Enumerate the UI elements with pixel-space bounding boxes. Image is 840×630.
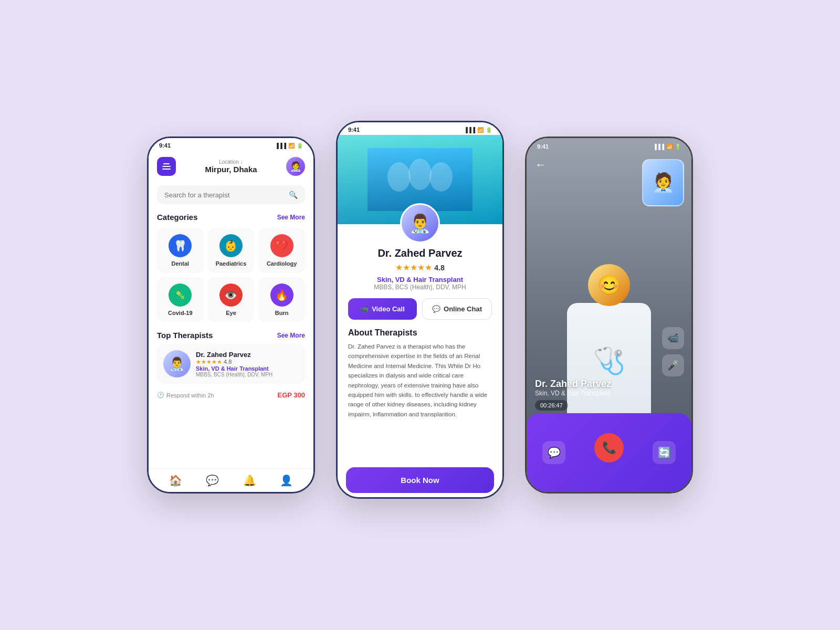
phone-home: 9:41 ▐▐▐ 📶 🔋 Location ↓ Mirpur, Dhaka 🧑‍…	[147, 136, 315, 494]
video-call-button[interactable]: 📹 Video Call	[348, 298, 417, 320]
respond-time: 🕐 Respond within 2h	[157, 392, 214, 398]
call-timer: 00:26:47	[535, 400, 568, 411]
battery-icon: 🔋	[297, 143, 303, 149]
wifi-icon-2: 📶	[477, 127, 484, 133]
profile-actions: 📹 Video Call 💬 Online Chat	[348, 298, 492, 320]
cardiology-icon: ❤️	[270, 234, 293, 257]
profile-circle: 👨‍⚕️	[400, 203, 440, 243]
respond-price: EGP 300	[277, 391, 305, 399]
covid-label: Covid-19	[168, 310, 192, 316]
call-info-overlay: Dr. Zahed Parvez Skin, VD & Hair Transpl…	[535, 379, 611, 411]
therapist-specialty: Skin, VD & Hair Transplant	[196, 365, 299, 372]
profile-quals: MBBS, BCS (Health), DDV, MPH	[374, 284, 466, 291]
svg-point-1	[387, 162, 411, 192]
status-bar-2: 9:41 ▐▐▐ 📶 🔋	[338, 122, 502, 135]
therapist-info: Dr. Zahed Parvez ★★★★★ 4.8 Skin, VD & Ha…	[196, 351, 299, 377]
about-section: About Therapists Dr. Zahed Parvez is a t…	[348, 328, 492, 419]
end-call-button[interactable]: 📞	[594, 433, 624, 463]
categories-header: Categories See More	[149, 208, 313, 224]
signal-icon-2: ▐▐▐	[464, 127, 475, 133]
nav-profile[interactable]: 👤	[280, 474, 293, 487]
call-doctor-name: Dr. Zahed Parvez	[535, 379, 611, 390]
location-name: Mirpur, Dhaka	[205, 165, 257, 174]
profile-hero: 👨‍⚕️	[338, 135, 502, 224]
call-doctor-specialty: Skin, VD & Hair Transplant	[535, 390, 611, 397]
wifi-icon: 📶	[288, 143, 295, 149]
signal-icon: ▐▐▐	[275, 143, 286, 149]
therapist-rating-stars: ★★★★★ 4.8	[196, 359, 299, 365]
user-avatar[interactable]: 🧑‍⚕️	[286, 157, 305, 176]
back-button[interactable]: ←	[535, 158, 547, 172]
categories-see-more[interactable]: See More	[277, 214, 305, 221]
nav-bell[interactable]: 🔔	[243, 474, 256, 487]
category-dental[interactable]: 🦷 Dental	[157, 228, 204, 273]
call-bottom-bar: 💬 📞 🔄	[527, 413, 691, 492]
profile-body: Dr. Zahed Parvez ★★★★★ 4.8 Skin, VD & Ha…	[338, 224, 502, 463]
cardiology-label: Cardiology	[267, 260, 297, 267]
self-preview-avatar: 🧑‍💼	[652, 172, 675, 194]
category-covid[interactable]: 🦠 Covid-19	[157, 277, 204, 322]
therapist-rating-num: 4.8	[224, 359, 232, 365]
respond-row: 🕐 Respond within 2h EGP 300	[149, 387, 313, 403]
video-toggle-button[interactable]: 📹	[662, 327, 684, 349]
dental-label: Dental	[172, 260, 190, 267]
status-icons-3: ▐▐▐ 📶 🔋	[653, 144, 681, 150]
search-input[interactable]	[164, 191, 285, 199]
video-status-bar: 9:41 ▐▐▐ 📶 🔋	[527, 138, 691, 152]
category-burn[interactable]: 🔥 Burn	[258, 277, 305, 322]
about-title: About Therapists	[348, 328, 492, 338]
therapist-avatar: 👨‍⚕️	[163, 350, 191, 377]
phone-profile: 9:41 ▐▐▐ 📶 🔋	[336, 121, 504, 499]
therapists-header: Top Therapists See More	[149, 327, 313, 342]
therapists-see-more[interactable]: See More	[277, 332, 305, 339]
profile-doctor-name: Dr. Zahed Parvez	[377, 247, 462, 259]
paediatrics-label: Paediatrics	[216, 260, 247, 267]
profile-specialty: Skin, VD & Hair Transplant	[377, 276, 463, 284]
category-cardiology[interactable]: ❤️ Cardiology	[258, 228, 305, 273]
phone-video-call: 😊 🩺 9:41 ▐▐▐ 📶 🔋 ← 🧑‍💼	[525, 136, 693, 494]
chat-icon: 💬	[432, 305, 440, 313]
clock-icon: 🕐	[157, 392, 164, 398]
status-time-1: 9:41	[159, 142, 171, 149]
video-icon: 📹	[360, 305, 369, 313]
mic-toggle-button[interactable]: 🎤	[662, 354, 684, 376]
status-icons-1: ▐▐▐ 📶 🔋	[275, 143, 303, 149]
category-eye[interactable]: 👁️ Eye	[208, 277, 255, 322]
categories-title: Categories	[157, 213, 198, 222]
chat-button[interactable]: 💬	[542, 441, 565, 464]
stethoscope-icon: 🩺	[593, 345, 625, 376]
doctor-head: 😊	[588, 264, 630, 306]
profile-rating: ★★★★★ 4.8	[395, 262, 444, 272]
switch-camera-button[interactable]: 🔄	[653, 441, 676, 464]
therapists-title: Top Therapists	[157, 331, 213, 340]
paediatrics-icon: 👶	[219, 234, 243, 257]
scene: 9:41 ▐▐▐ 📶 🔋 Location ↓ Mirpur, Dhaka 🧑‍…	[0, 100, 840, 530]
eye-icon: 👁️	[219, 284, 243, 307]
nav-chat[interactable]: 💬	[206, 474, 219, 487]
location-label: Location ↓	[205, 159, 257, 165]
status-bar-1: 9:41 ▐▐▐ 📶 🔋	[149, 138, 313, 151]
therapist-card[interactable]: 👨‍⚕️ Dr. Zahed Parvez ★★★★★ 4.8 Skin, VD…	[157, 344, 305, 384]
status-time-3: 9:41	[537, 143, 549, 150]
signal-icon-3: ▐▐▐	[653, 144, 664, 150]
wifi-icon-3: 📶	[666, 144, 673, 150]
search-icon: 🔍	[289, 191, 298, 199]
status-icons-2: ▐▐▐ 📶 🔋	[464, 127, 492, 133]
therapist-quals: MBBS, BCS (Health), DDV, MPH	[196, 372, 299, 377]
categories-grid: 🦷 Dental 👶 Paediatrics ❤️ Cardiology 🦠 C…	[149, 224, 313, 327]
battery-icon-3: 🔋	[675, 144, 681, 150]
burn-label: Burn	[275, 310, 289, 316]
location-display[interactable]: Location ↓ Mirpur, Dhaka	[205, 159, 257, 174]
covid-icon: 🦠	[169, 284, 192, 307]
online-chat-button[interactable]: 💬 Online Chat	[422, 298, 492, 320]
status-time-2: 9:41	[348, 127, 360, 133]
profile-rating-num: 4.8	[434, 264, 444, 272]
bottom-nav: 🏠 💬 🔔 👤	[149, 468, 313, 492]
dental-icon: 🦷	[169, 234, 192, 257]
search-bar[interactable]: 🔍	[157, 185, 305, 204]
book-now-button[interactable]: Book Now	[346, 467, 494, 493]
burn-icon: 🔥	[270, 284, 293, 307]
category-paediatrics[interactable]: 👶 Paediatrics	[208, 228, 255, 273]
nav-home[interactable]: 🏠	[169, 474, 182, 487]
menu-icon[interactable]	[157, 157, 176, 176]
